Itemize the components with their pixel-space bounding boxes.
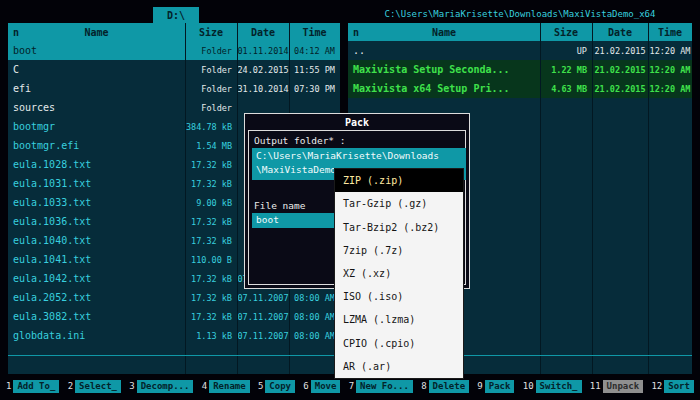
column-header-name[interactable]: n Name [348, 23, 540, 41]
file-time: 04:12 AM [289, 46, 340, 56]
function-key[interactable]: 11 Unpack [590, 380, 643, 393]
panel-bottom-divider [8, 355, 340, 356]
file-row[interactable]: boot Folder 01.11.2014 04:12 AM [8, 41, 340, 60]
file-name: eula.1033.txt [8, 197, 185, 208]
file-name: eula.1036.txt [8, 216, 185, 227]
file-time: 08:00 AM [289, 312, 340, 322]
function-key[interactable]: 8 Delete [421, 380, 469, 393]
file-date: 31.10.2014 [237, 84, 289, 94]
file-name: efi [8, 83, 185, 94]
file-name: eula.1041.txt [8, 254, 185, 265]
function-key[interactable]: 2 Select_ [68, 380, 121, 393]
file-date: 07.11.2007 [237, 331, 289, 341]
file-name: eula.1040.txt [8, 235, 185, 246]
file-size: 17.32 kB [185, 293, 237, 303]
function-key-label: Copy [265, 380, 295, 393]
file-name: bootmgr [8, 121, 185, 132]
file-size: 17.32 kB [185, 312, 237, 322]
function-key-number: 12 [651, 381, 662, 391]
file-time: 11:55 PM [289, 65, 340, 75]
file-name: sources [8, 102, 185, 113]
file-name: eula.1028.txt [8, 159, 185, 170]
column-header-time[interactable]: Time [648, 23, 692, 41]
function-key[interactable]: 10 Switch_ [523, 380, 582, 393]
column-header-time[interactable]: Time [289, 23, 340, 41]
file-size: Folder [185, 103, 237, 113]
file-row[interactable]: eula.3082.txt 17.32 kB 07.11.2007 08:00 … [8, 307, 340, 326]
file-size: 384.78 kB [185, 122, 237, 132]
column-divider [592, 23, 593, 374]
column-divider [648, 23, 649, 374]
column-header-date[interactable]: Date [592, 23, 648, 41]
column-header-size[interactable]: Size [540, 23, 592, 41]
file-name: globdata.ini [8, 330, 185, 341]
file-size: 17.32 kB [185, 274, 237, 284]
right-panel-header: n Name Size Date Time [348, 23, 692, 41]
function-key[interactable]: 1 Add To_ [6, 380, 59, 393]
file-row[interactable]: Maxivista_Setup_Seconda... 1.22 MB 21.02… [348, 60, 692, 79]
archive-format-option[interactable]: ISO (.iso) [335, 285, 463, 308]
function-key-number: 7 [349, 381, 354, 391]
file-row[interactable]: efi Folder 31.10.2014 07:30 PM [8, 79, 340, 98]
archive-format-option[interactable]: ZIP (.zip) [335, 169, 463, 192]
file-size: 1.22 MB [540, 65, 592, 75]
file-row[interactable]: eula.2052.txt 17.32 kB 07.11.2007 08:00 … [8, 288, 340, 307]
file-row[interactable]: .. UP 21.02.2015 12:20 AM [348, 41, 692, 60]
archive-format-option[interactable]: AR (.ar) [335, 355, 463, 378]
file-name: eula.2052.txt [8, 292, 185, 303]
function-key-number: 1 [6, 381, 11, 391]
column-header-date[interactable]: Date [237, 23, 289, 41]
file-time: 08:00 AM [289, 293, 340, 303]
function-key-number: 10 [523, 381, 534, 391]
file-size: 1.54 MB [185, 141, 237, 151]
function-key-number: 6 [303, 381, 308, 391]
file-size: UP [540, 46, 592, 56]
right-panel-path: C:\Users\MariaKrisette\Downloads\MaxiVis… [348, 9, 692, 19]
column-divider [185, 23, 186, 374]
column-header-name[interactable]: n Name [8, 23, 185, 41]
function-key-label: Add To_ [13, 380, 59, 393]
file-size: 17.32 kB [185, 217, 237, 227]
file-name: .. [348, 45, 540, 56]
archive-format-option[interactable]: LZMA (.lzma) [335, 308, 463, 331]
column-header-size[interactable]: Size [185, 23, 237, 41]
file-size: Folder [185, 65, 237, 75]
function-key[interactable]: 7 New Fo... [349, 380, 413, 393]
function-key-label: Move [311, 380, 341, 393]
pack-dialog-title: Pack [245, 115, 469, 129]
file-time: 07:30 PM [289, 84, 340, 94]
drive-tab[interactable]: D:\ [153, 7, 199, 23]
function-key-label: Sort [664, 380, 694, 393]
file-size: 4.63 MB [540, 84, 592, 94]
function-key-number: 8 [421, 381, 426, 391]
archive-format-option[interactable]: CPIO (.cpio) [335, 332, 463, 355]
column-divider [237, 23, 238, 374]
output-folder-label: Output folder* : [254, 135, 346, 146]
function-key-number: 5 [258, 381, 263, 391]
function-key[interactable]: 9 Pack [477, 380, 514, 393]
function-key-number: 3 [129, 381, 134, 391]
file-row[interactable]: globdata.ini 1.13 kB 07.11.2007 08:00 AM [8, 326, 340, 345]
file-name: boot [8, 45, 185, 56]
function-key[interactable]: 3 Decomp... [129, 380, 193, 393]
file-time: 12:20 AM [648, 84, 692, 94]
file-name: eula.1042.txt [8, 273, 185, 284]
function-key[interactable]: 4 Rename [202, 380, 250, 393]
file-size: 110.00 B [185, 255, 237, 265]
archive-format-option[interactable]: Tar-Gzip (.gz) [335, 192, 463, 215]
column-header-name-label: Name [84, 27, 108, 38]
file-row[interactable]: Maxivista_x64_Setup_Pri... 4.63 MB 21.02… [348, 79, 692, 98]
function-key[interactable]: 5 Copy [258, 380, 295, 393]
archive-format-option[interactable]: XZ (.xz) [335, 262, 463, 285]
sort-indicator: n [353, 27, 359, 38]
archive-format-option[interactable]: 7zip (.7z) [335, 239, 463, 262]
function-key[interactable]: 12 Sort [651, 380, 694, 393]
archive-format-dropdown: ZIP (.zip)Tar-Gzip (.gz)Tar-Bzip2 (.bz2)… [334, 168, 464, 379]
file-row[interactable]: C Folder 24.02.2015 11:55 PM [8, 60, 340, 79]
function-key[interactable]: 6 Move [303, 380, 340, 393]
file-size: 9.00 kB [185, 198, 237, 208]
file-date: 01.11.2014 [237, 46, 289, 56]
function-key-label: New Fo... [356, 380, 413, 393]
archive-format-option[interactable]: Tar-Bzip2 (.bz2) [335, 215, 463, 238]
function-key-number: 4 [202, 381, 207, 391]
